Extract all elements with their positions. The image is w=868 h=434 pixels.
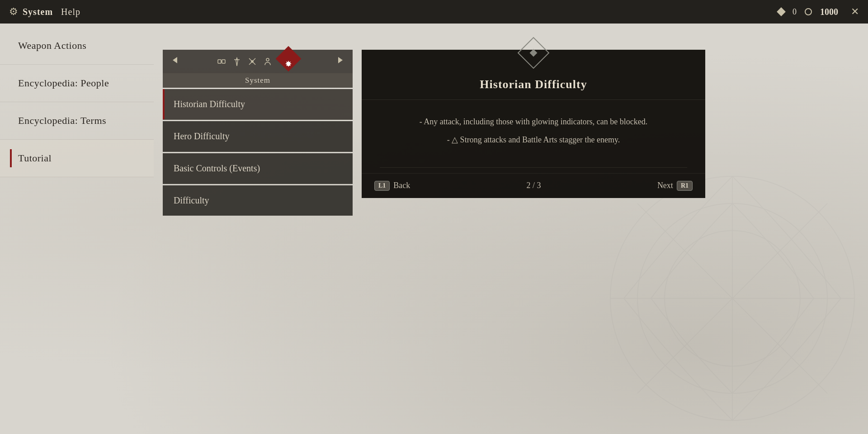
svg-marker-16: [338, 57, 343, 63]
gear-icon: ⚙: [9, 6, 18, 18]
detail-panel: Historian Difficulty - Any attack, inclu…: [362, 50, 705, 198]
svg-rect-8: [218, 60, 221, 63]
sidebar-label-encyclopedia-terms: Encyclopedia: Terms: [18, 115, 106, 126]
svg-rect-9: [222, 60, 225, 63]
next-button[interactable]: Next R1: [657, 181, 693, 191]
topbar-help-label: Help: [61, 7, 80, 17]
next-label: Next: [657, 181, 673, 190]
detail-diamond-decoration: [362, 50, 705, 59]
menu-item-difficulty-label: Difficulty: [174, 195, 209, 205]
close-button[interactable]: ✕: [851, 6, 859, 18]
menu-item-hero[interactable]: Hero Difficulty: [163, 121, 353, 152]
tab-icon-3[interactable]: [246, 55, 259, 68]
sidebar-item-encyclopedia-people[interactable]: Encyclopedia: People: [0, 65, 154, 102]
sidebar-item-tutorial[interactable]: Tutorial: [0, 140, 154, 177]
back-label: Back: [393, 181, 410, 190]
page-current: 2: [527, 181, 531, 190]
topbar-count: 0: [793, 7, 797, 17]
diamond-currency-icon: [777, 7, 786, 16]
topbar-left: ⚙ System Help: [9, 6, 80, 18]
tab-icons: [215, 52, 300, 71]
svg-point-14: [266, 58, 269, 61]
tab-nav-right[interactable]: [335, 55, 345, 68]
detail-divider: [380, 167, 687, 168]
svg-marker-7: [173, 57, 177, 63]
topbar-currency: 1000: [820, 7, 838, 17]
tab-icon-2[interactable]: [231, 55, 243, 68]
detail-content-line-1: - Any attack, including those with glowi…: [380, 114, 687, 129]
sidebar: Weapon Actions Encyclopedia: People Ency…: [0, 27, 154, 177]
back-button[interactable]: L1 Back: [374, 181, 410, 191]
menu-list: Historian Difficulty Hero Difficulty Bas…: [163, 89, 353, 216]
center-panel: System Historian Difficulty Hero Difficu…: [163, 50, 353, 216]
page-separator: /: [533, 181, 537, 190]
menu-item-basic-controls[interactable]: Basic Controls (Events): [163, 153, 353, 184]
page-total: 3: [537, 181, 541, 190]
detail-title: Historian Difficulty: [480, 69, 587, 91]
category-tabs-bar: [163, 50, 353, 73]
sidebar-item-encyclopedia-terms[interactable]: Encyclopedia: Terms: [0, 102, 154, 140]
menu-item-basic-controls-label: Basic Controls (Events): [174, 163, 260, 173]
tab-label-text: System: [245, 76, 270, 85]
topbar: ⚙ System Help 0 1000 ✕: [0, 0, 868, 24]
topbar-right: 0 1000 ✕: [778, 6, 859, 18]
next-badge: R1: [677, 181, 693, 191]
menu-item-hero-label: Hero Difficulty: [174, 131, 230, 141]
tab-icon-1[interactable]: [215, 55, 228, 68]
menu-item-historian[interactable]: Historian Difficulty: [163, 89, 353, 120]
menu-item-difficulty[interactable]: Difficulty: [163, 185, 353, 216]
tab-icon-system-active[interactable]: [278, 52, 298, 71]
back-badge: L1: [374, 181, 390, 191]
detail-content-line-2: - △ Strong attacks and Battle Arts stagg…: [380, 132, 687, 147]
detail-footer: L1 Back 2 / 3 Next R1: [362, 173, 705, 198]
detail-content: - Any attack, including those with glowi…: [362, 100, 705, 162]
tab-nav-left[interactable]: [170, 55, 180, 68]
circle-icon: [805, 8, 812, 15]
detail-header: Historian Difficulty: [362, 59, 705, 100]
sidebar-label-tutorial: Tutorial: [18, 152, 52, 164]
sidebar-label-encyclopedia-people: Encyclopedia: People: [18, 77, 109, 89]
menu-item-historian-label: Historian Difficulty: [174, 99, 245, 109]
bg-ornament-right: [597, 163, 868, 434]
page-indicator: 2 / 3: [527, 181, 541, 190]
tab-icon-4[interactable]: [261, 55, 274, 68]
sidebar-label-weapon-actions: Weapon Actions: [18, 40, 86, 51]
tab-label-bar: System: [163, 73, 353, 88]
topbar-system-label: System: [23, 7, 53, 17]
sidebar-item-weapon-actions[interactable]: Weapon Actions: [0, 27, 154, 65]
